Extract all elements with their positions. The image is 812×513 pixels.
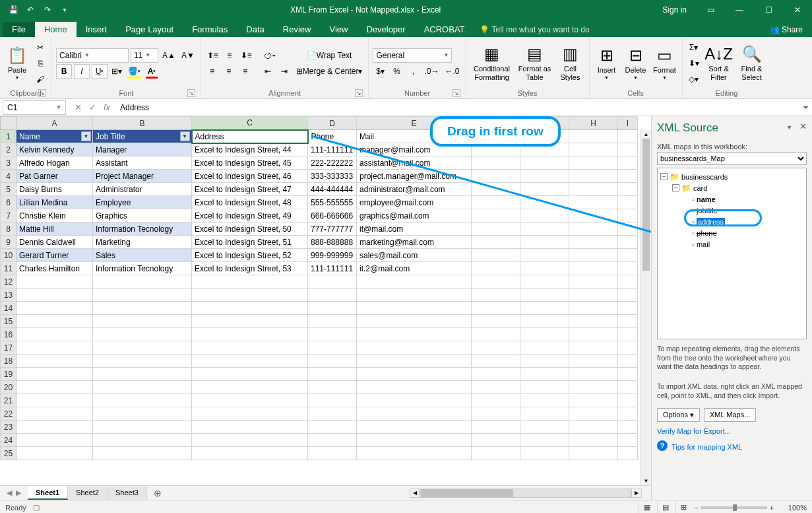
- cell[interactable]: [569, 328, 618, 341]
- cell[interactable]: [16, 421, 93, 434]
- cell[interactable]: [618, 170, 638, 183]
- row-header[interactable]: 12: [1, 275, 16, 289]
- tree-leaf-address[interactable]: ▫address: [660, 216, 803, 227]
- cell[interactable]: [308, 407, 357, 421]
- cell[interactable]: [520, 315, 569, 328]
- cell[interactable]: [16, 315, 93, 328]
- row-header[interactable]: 16: [1, 328, 16, 341]
- cell[interactable]: Information Tecnology: [93, 222, 192, 236]
- row-header[interactable]: 1: [1, 130, 16, 143]
- cell[interactable]: Excel to Indesign Street, 45: [192, 156, 308, 170]
- cell[interactable]: [16, 394, 93, 407]
- cell[interactable]: [192, 355, 308, 368]
- tab-formulas[interactable]: Formulas: [183, 22, 237, 37]
- zoom-slider[interactable]: [701, 506, 767, 509]
- cell[interactable]: [357, 302, 472, 315]
- cell[interactable]: [357, 315, 472, 328]
- row-header[interactable]: 22: [1, 407, 16, 421]
- align-center-button[interactable]: ≡: [222, 64, 236, 79]
- cell[interactable]: [569, 421, 618, 434]
- zoom-in-button[interactable]: +: [770, 504, 774, 512]
- cell[interactable]: [192, 328, 308, 341]
- cell[interactable]: [308, 368, 357, 381]
- cell[interactable]: [618, 143, 638, 156]
- cell[interactable]: Pat Garner: [16, 170, 93, 183]
- sort-filter-button[interactable]: A↓ZSort & Filter: [704, 45, 734, 81]
- cell[interactable]: [192, 434, 308, 447]
- cell[interactable]: Name▼: [16, 130, 93, 143]
- cell[interactable]: [192, 368, 308, 381]
- zoom-out-button[interactable]: −: [694, 504, 698, 512]
- cell[interactable]: [308, 315, 357, 328]
- cell[interactable]: [520, 407, 569, 421]
- decrease-decimal-button[interactable]: ←.0: [443, 64, 462, 79]
- scroll-thumb[interactable]: [642, 139, 650, 271]
- row-header[interactable]: 25: [1, 447, 16, 460]
- cell[interactable]: [618, 302, 638, 315]
- cell[interactable]: [472, 275, 520, 289]
- cell[interactable]: Phone: [308, 130, 357, 143]
- cell[interactable]: [93, 275, 192, 289]
- cell[interactable]: [618, 368, 638, 381]
- cell[interactable]: [16, 447, 93, 460]
- cell[interactable]: [357, 394, 472, 407]
- cell[interactable]: [308, 302, 357, 315]
- cell[interactable]: [192, 315, 308, 328]
- dialog-launcher-icon[interactable]: ↘: [38, 89, 46, 97]
- row-header[interactable]: 8: [1, 222, 16, 236]
- cell[interactable]: [520, 328, 569, 341]
- sheet-tab-sheet3[interactable]: Sheet3: [108, 487, 147, 500]
- cell[interactable]: [472, 328, 520, 341]
- cell[interactable]: [472, 447, 520, 460]
- cell[interactable]: employee@mail.com: [357, 196, 472, 209]
- cell[interactable]: [569, 275, 618, 289]
- cell[interactable]: [93, 355, 192, 368]
- share-button[interactable]: 👥 Share: [761, 22, 812, 37]
- cell[interactable]: [618, 156, 638, 170]
- cell[interactable]: [93, 302, 192, 315]
- redo-icon[interactable]: ↷: [40, 2, 55, 18]
- cell[interactable]: [472, 302, 520, 315]
- cell[interactable]: [618, 249, 638, 262]
- cell[interactable]: [569, 289, 618, 302]
- vertical-scrollbar[interactable]: ▲ ▼: [640, 129, 651, 485]
- tree-leaf-jobtitle[interactable]: ▫jobtitle: [660, 205, 803, 216]
- cell[interactable]: 999-999999: [308, 249, 357, 262]
- percent-format-button[interactable]: %: [389, 64, 404, 79]
- underline-button[interactable]: U▾: [92, 64, 108, 79]
- insert-button[interactable]: ⊞Insert▼: [594, 46, 620, 80]
- increase-indent-button[interactable]: ⇥: [277, 64, 292, 79]
- increase-decimal-button[interactable]: .0→: [422, 64, 441, 79]
- col-header[interactable]: H: [569, 117, 618, 130]
- cell[interactable]: [472, 196, 520, 209]
- cell[interactable]: it.2@mail.com: [357, 262, 472, 275]
- row-header[interactable]: 5: [1, 183, 16, 196]
- scroll-up-icon[interactable]: ▲: [641, 129, 651, 139]
- cell[interactable]: [569, 236, 618, 249]
- cell[interactable]: Dennis Caldwell: [16, 236, 93, 249]
- cell[interactable]: [569, 302, 618, 315]
- cell[interactable]: [618, 262, 638, 275]
- row-header[interactable]: 4: [1, 170, 16, 183]
- xml-maps-button[interactable]: XML Maps...: [704, 408, 756, 422]
- row-header[interactable]: 20: [1, 381, 16, 394]
- pane-dropdown-icon[interactable]: ▼: [786, 124, 792, 131]
- tab-view[interactable]: View: [320, 22, 357, 37]
- cell[interactable]: [569, 156, 618, 170]
- cell[interactable]: [16, 302, 93, 315]
- cell[interactable]: marketing@mail.com: [357, 236, 472, 249]
- col-header[interactable]: C: [192, 117, 308, 130]
- cell[interactable]: [93, 368, 192, 381]
- cell[interactable]: [357, 368, 472, 381]
- cell[interactable]: [472, 381, 520, 394]
- undo-icon[interactable]: ↶: [22, 2, 38, 18]
- cell[interactable]: [308, 434, 357, 447]
- cell[interactable]: [192, 275, 308, 289]
- cell[interactable]: [472, 341, 520, 355]
- autosum-button[interactable]: Σ▾: [687, 40, 701, 55]
- row-header[interactable]: 24: [1, 434, 16, 447]
- cell[interactable]: Address: [192, 130, 308, 143]
- cell[interactable]: [472, 156, 520, 170]
- bold-button[interactable]: B: [56, 64, 72, 79]
- cell[interactable]: [472, 222, 520, 236]
